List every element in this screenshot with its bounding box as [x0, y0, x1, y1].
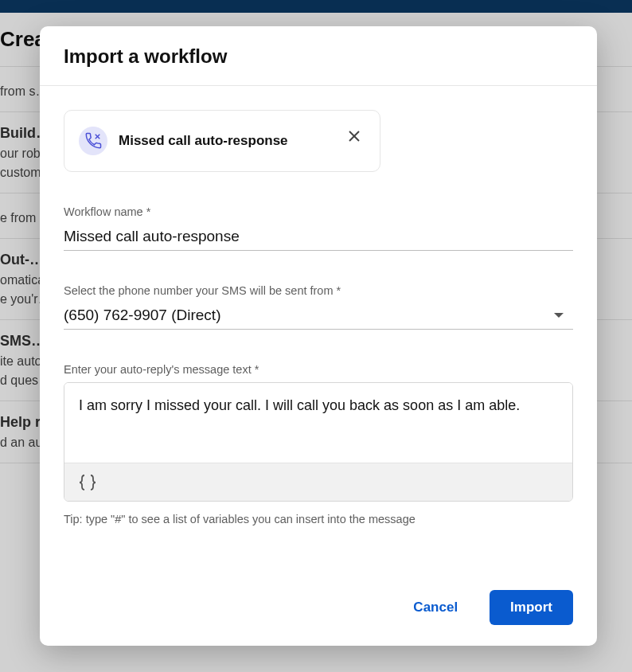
chevron-down-icon [554, 313, 564, 318]
phone-number-value: (650) 762-9907 (Direct) [64, 307, 554, 324]
missed-call-icon [79, 127, 107, 155]
phone-number-field: Select the phone number your SMS will be… [64, 284, 573, 330]
message-toolbar [64, 463, 572, 501]
message-tip: Tip: type "#" to see a list of variables… [64, 513, 573, 525]
modal-body: Missed call auto-response Workflow name … [40, 86, 597, 574]
close-icon [348, 130, 361, 143]
import-workflow-modal: Import a workflow Missed call auto-respo… [40, 26, 597, 646]
workflow-name-field: Workflow name * [64, 205, 573, 251]
insert-variable-button[interactable] [76, 471, 99, 494]
message-textarea-wrap [64, 382, 573, 502]
workflow-card-remove-button[interactable] [346, 128, 362, 144]
cancel-button[interactable]: Cancel [408, 592, 462, 623]
modal-footer: Cancel Import [40, 574, 597, 646]
modal-title: Import a workflow [64, 45, 573, 68]
message-textarea[interactable] [64, 383, 572, 459]
braces-icon [78, 474, 97, 491]
import-button[interactable]: Import [490, 590, 573, 625]
workflow-card: Missed call auto-response [64, 110, 380, 172]
workflow-name-label: Workflow name * [64, 205, 573, 218]
message-field: Enter your auto-reply's message text * T… [64, 363, 573, 525]
workflow-name-input[interactable] [64, 225, 573, 251]
modal-header: Import a workflow [40, 26, 597, 86]
phone-number-label: Select the phone number your SMS will be… [64, 284, 573, 297]
message-label: Enter your auto-reply's message text * [64, 363, 573, 376]
phone-number-select[interactable]: (650) 762-9907 (Direct) [64, 303, 573, 330]
workflow-card-title: Missed call auto-response [119, 133, 288, 149]
